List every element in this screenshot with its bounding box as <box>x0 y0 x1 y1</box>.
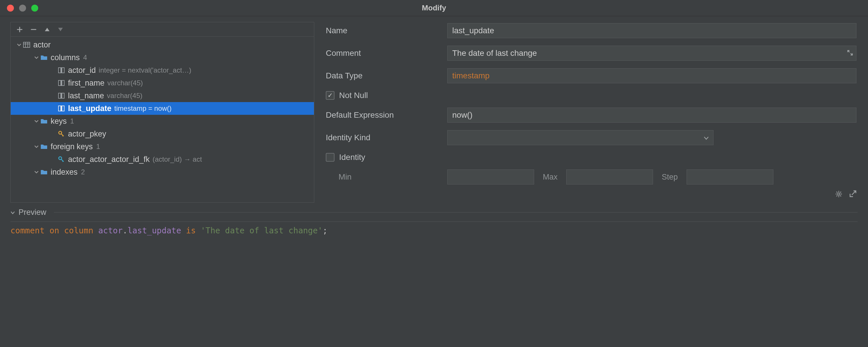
sql-keyword: is <box>186 226 196 235</box>
tree-node-column-selected[interactable]: last_update timestamp = now() <box>11 102 314 115</box>
tree-node-column[interactable]: first_name varchar(45) <box>11 76 314 89</box>
max-input[interactable] <box>566 169 653 185</box>
tree-node-label: actor <box>33 41 51 49</box>
sql-semicolon: ; <box>322 226 328 235</box>
tree-node-label: foreign keys <box>51 143 93 151</box>
chevron-down-icon <box>16 42 22 47</box>
tree-node-label: first_name <box>68 79 104 87</box>
tree-node-meta: varchar(45) <box>107 80 143 87</box>
tree-count: 2 <box>81 168 85 176</box>
preview-label: Preview <box>19 208 46 217</box>
structure-tree-panel: actor columns 4 actor_id integer = nextv… <box>10 22 314 203</box>
tree-node-column[interactable]: actor_id integer = nextval('actor_act…) <box>11 64 314 76</box>
zoom-window-button[interactable] <box>31 5 38 11</box>
chevron-down-icon <box>33 144 40 149</box>
not-null-checkbox[interactable] <box>326 91 335 100</box>
tree-node-label: indexes <box>51 168 78 176</box>
tree-node-label: keys <box>51 117 67 125</box>
sql-identifier: actor <box>98 226 122 235</box>
comment-label: Comment <box>326 49 447 58</box>
sql-keyword: on <box>50 226 59 235</box>
name-input[interactable] <box>447 23 857 38</box>
chevron-down-icon <box>33 55 40 60</box>
folder-icon <box>40 55 48 60</box>
name-label: Name <box>326 26 447 35</box>
tree-count: 1 <box>96 143 100 150</box>
tree-node-column[interactable]: last_name varchar(45) <box>11 89 314 102</box>
tree-node-table-actor[interactable]: actor <box>11 38 314 51</box>
sql-keyword: column <box>64 226 93 235</box>
structure-tree[interactable]: actor columns 4 actor_id integer = nextv… <box>11 37 314 180</box>
divider <box>54 212 858 213</box>
svg-rect-8 <box>60 106 62 111</box>
sql-keyword: comment <box>10 226 44 235</box>
close-window-button[interactable] <box>7 5 14 11</box>
tree-node-label: actor_pkey <box>68 130 106 138</box>
expand-icon[interactable] <box>847 49 853 58</box>
foreign-key-icon <box>57 156 66 162</box>
window-controls <box>0 5 38 11</box>
chevron-down-icon <box>33 119 40 124</box>
svg-rect-6 <box>60 93 62 98</box>
comment-input[interactable] <box>447 46 857 61</box>
max-label: Max <box>543 172 558 182</box>
column-icon <box>57 80 66 86</box>
column-icon <box>57 93 66 99</box>
remove-button[interactable] <box>30 26 37 33</box>
tree-group-foreign-keys[interactable]: foreign keys 1 <box>11 140 314 153</box>
window-title: Modify <box>422 3 446 12</box>
titlebar: Modify <box>0 0 868 16</box>
tree-group-indexes[interactable]: indexes 2 <box>11 166 314 179</box>
tree-node-meta: (actor_id) → act <box>153 156 202 163</box>
tree-node-meta: varchar(45) <box>107 92 143 99</box>
move-down-button[interactable] <box>58 27 63 32</box>
tree-node-meta: timestamp = now() <box>114 105 172 112</box>
default-expression-label: Default Expression <box>326 111 447 120</box>
step-input[interactable] <box>687 169 773 185</box>
tree-group-columns[interactable]: columns 4 <box>11 51 314 64</box>
folder-icon <box>40 118 48 124</box>
column-icon <box>57 105 66 111</box>
identity-label: Identity <box>339 153 365 162</box>
tree-count: 1 <box>70 118 74 125</box>
key-icon <box>57 131 66 137</box>
min-input[interactable] <box>447 169 534 185</box>
tree-node-meta: integer = nextval('actor_act…) <box>99 67 191 74</box>
move-up-button[interactable] <box>44 27 50 32</box>
open-external-icon[interactable] <box>849 190 857 200</box>
tree-node-key[interactable]: actor_pkey <box>11 128 314 140</box>
column-form: Name Comment Data Type Not Null <box>314 16 868 203</box>
sql-preview[interactable]: comment on column actor.last_update is '… <box>10 221 858 235</box>
identity-checkbox[interactable] <box>326 153 335 162</box>
tree-node-label: columns <box>51 54 80 62</box>
tree-node-foreign-key[interactable]: actor_actor_actor_id_fk (actor_id) → act <box>11 153 314 166</box>
minimize-window-button[interactable] <box>19 5 26 11</box>
identity-kind-select[interactable] <box>447 130 713 145</box>
datatype-label: Data Type <box>326 71 447 81</box>
preview-header[interactable]: Preview <box>0 203 868 220</box>
tree-group-keys[interactable]: keys 1 <box>11 115 314 128</box>
sql-identifier: last_update <box>128 226 181 235</box>
tree-node-label: actor_actor_actor_id_fk <box>68 156 150 163</box>
default-expression-input[interactable] <box>447 107 857 123</box>
not-null-label: Not Null <box>339 91 368 100</box>
step-label: Step <box>662 172 678 182</box>
svg-point-11 <box>838 193 840 195</box>
add-button[interactable] <box>17 26 23 33</box>
gear-icon[interactable] <box>835 190 842 200</box>
folder-icon <box>40 144 48 150</box>
chevron-down-icon <box>33 170 40 175</box>
identity-kind-label: Identity Kind <box>326 133 447 142</box>
tree-count: 4 <box>83 54 87 61</box>
min-label: Min <box>326 172 447 182</box>
tree-node-label: last_update <box>68 105 112 113</box>
tree-toolbar <box>11 22 314 37</box>
tree-node-label: actor_id <box>68 66 96 74</box>
table-icon <box>22 42 31 48</box>
sql-string: 'The date of last change' <box>201 226 322 235</box>
svg-rect-2 <box>60 68 62 73</box>
folder-icon <box>40 169 48 175</box>
svg-rect-4 <box>60 81 62 86</box>
sql-dot: . <box>123 226 128 235</box>
datatype-input[interactable] <box>447 68 857 83</box>
